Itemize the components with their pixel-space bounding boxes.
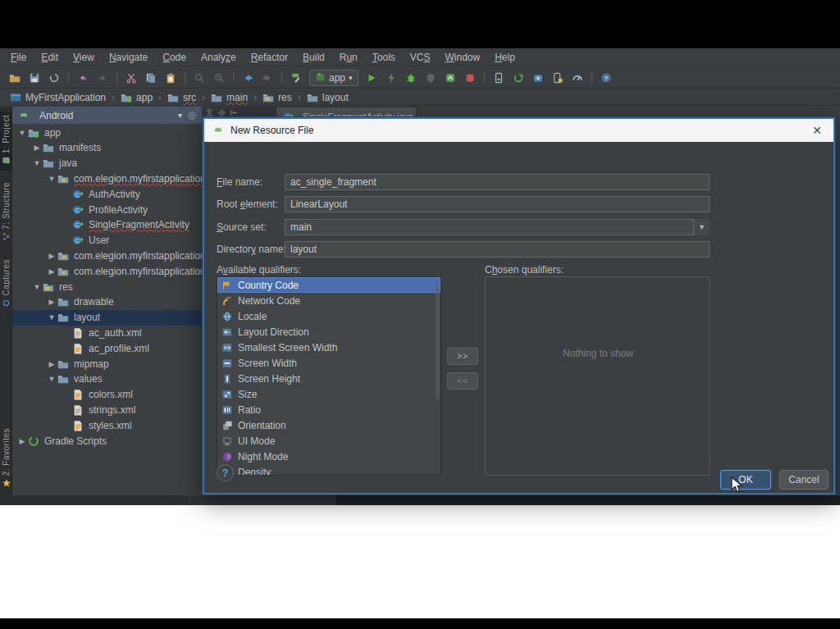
collapse-all-icon[interactable] [205,108,214,117]
caret-expanded-icon[interactable]: ▼ [32,283,42,291]
menu-window[interactable]: Window [437,50,487,65]
nav-forward-icon[interactable] [258,69,277,87]
profile-icon[interactable] [441,69,460,87]
run-config-combo[interactable]: app▾ [309,70,358,86]
close-circle-icon[interactable] [187,111,197,121]
hide-panel-icon[interactable] [230,108,239,117]
tool-window-tab-favorites[interactable]: 2: Favorites [0,428,12,494]
qualifier-orientation[interactable]: Orientation [217,417,441,433]
gear-icon[interactable] [217,108,226,117]
breadcrumb-item-res[interactable]: res [259,92,295,103]
breadcrumb-item-src[interactable]: src [164,92,199,103]
open-folder-icon[interactable] [5,69,25,87]
gradle-sync-icon[interactable] [509,69,528,87]
xml-file-icon [71,403,84,417]
menu-refactor[interactable]: Refactor [244,50,295,65]
ok-button[interactable]: OK [720,470,771,490]
sync-icon[interactable] [44,69,64,87]
scrollbar[interactable] [436,280,440,399]
paste-icon[interactable] [161,69,180,87]
copy-icon[interactable] [141,69,161,87]
help-icon[interactable]: ? [217,464,234,481]
caret-collapsed-icon[interactable]: ▶ [47,298,57,306]
chevron-down-icon[interactable]: ▾ [178,111,182,120]
cut-icon[interactable] [121,69,141,87]
menu-analyze[interactable]: Analyze [194,50,244,65]
tool-window-tab-structure[interactable]: 7: Structure [0,182,12,246]
qualifier-network-code[interactable]: Network Code [217,293,441,308]
caret-expanded-icon[interactable]: ▼ [47,375,57,383]
structure-tab-icon [2,232,11,241]
find-usages-icon[interactable] [209,69,229,87]
coverage-icon[interactable] [421,69,441,87]
source-set-combo[interactable] [285,219,710,235]
menu-tools[interactable]: Tools [365,50,403,65]
caret-collapsed-icon[interactable]: ▶ [47,252,57,260]
qualifier-density[interactable]: Density [217,464,441,476]
menu-view[interactable]: View [66,50,102,65]
remove-qualifier-button[interactable]: << [447,372,478,390]
qualifier-ratio[interactable]: Ratio [217,402,441,417]
menu-vcs[interactable]: VCS [403,50,438,65]
breadcrumb-item-app[interactable]: app [117,92,156,103]
build-hammer-icon[interactable] [286,69,306,87]
close-icon[interactable]: ✕ [809,124,825,137]
cancel-button[interactable]: Cancel [779,470,829,490]
avd-manager-icon[interactable] [489,69,509,87]
qualifier-size[interactable]: Size [217,386,441,402]
editor-tab[interactable]: C SingleFragmentActivity.java [276,107,417,118]
qualifier-locale[interactable]: Locale [217,308,441,324]
qualifier-label: Network Code [238,295,300,307]
run-icon[interactable] [362,69,381,87]
chevron-down-icon[interactable]: ▼ [693,219,710,235]
root-element-field[interactable] [285,196,710,212]
menu-build[interactable]: Build [295,50,332,65]
tool-window-tab-captures[interactable]: Captures [0,259,12,313]
caret-expanded-icon[interactable]: ▼ [47,313,57,321]
tool-window-tab-project[interactable]: 1: Project [0,112,12,171]
menu-navigate[interactable]: Navigate [102,50,155,65]
menu-run[interactable]: Run [332,50,365,65]
directory-name-field[interactable] [285,241,710,258]
menu-code[interactable]: Code [155,50,194,65]
xml-file-icon [71,326,84,340]
caret-expanded-icon[interactable]: ▼ [17,129,27,137]
file-name-field[interactable] [285,174,710,190]
stop-icon[interactable] [460,69,480,87]
apply-changes-icon[interactable] [381,69,401,87]
root-element-label: Root element: [217,198,278,210]
breadcrumb-item-myfirstapplication[interactable]: MyFirstApplication [7,92,109,103]
qualifier-layout-direction[interactable]: Layout Direction [217,324,441,340]
undo-icon[interactable] [73,69,93,87]
project-view-selector[interactable]: Android ▾ [12,107,202,124]
menu-file[interactable]: File [3,50,34,65]
attach-debugger-icon[interactable] [548,69,568,87]
qualifier-ui-mode[interactable]: UI Mode [217,433,441,449]
qualifier-screen-height[interactable]: Screen Height [217,371,441,386]
nav-back-icon[interactable] [238,69,258,87]
breadcrumb-item-main[interactable]: main [208,92,251,103]
qualifier-screen-width[interactable]: Screen Width [217,355,441,371]
add-qualifier-button[interactable]: >> [447,348,478,365]
qualifier-smallest-screen-width[interactable]: Smallest Screen Width [217,340,441,355]
sdk-manager-icon[interactable] [528,69,548,87]
caret-expanded-icon[interactable]: ▼ [47,175,57,183]
breadcrumb-item-layout[interactable]: layout [304,92,352,103]
debug-icon[interactable] [401,69,421,87]
profiler-icon[interactable] [568,69,587,87]
qualifier-night-mode[interactable]: Night Mode [217,449,441,464]
find-icon[interactable] [189,69,209,87]
dialog-title-bar[interactable]: New Resource File ✕ [204,119,833,142]
caret-collapsed-icon[interactable]: ▶ [32,144,42,152]
save-all-icon[interactable] [25,69,44,87]
caret-collapsed-icon[interactable]: ▶ [47,360,57,368]
menu-edit[interactable]: Edit [34,50,66,65]
redo-icon[interactable] [93,69,112,87]
caret-expanded-icon[interactable]: ▼ [32,159,42,167]
help-icon[interactable]: ? [596,69,616,87]
menu-help[interactable]: Help [487,50,523,65]
qualifier-country-code[interactable]: Country Code [217,277,441,293]
caret-collapsed-icon[interactable]: ▶ [17,437,27,445]
caret-collapsed-icon[interactable]: ▶ [47,267,57,276]
tree-label: mipmap [74,358,109,370]
